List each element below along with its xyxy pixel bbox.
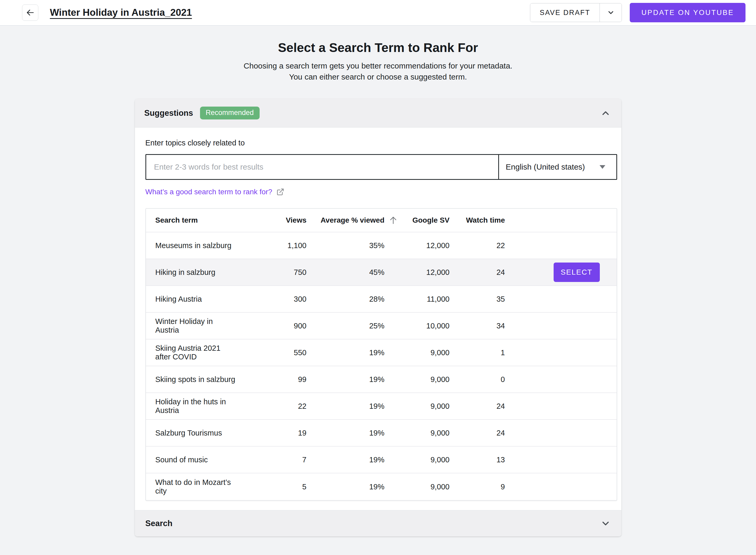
- views-cell: 300: [238, 295, 307, 303]
- search-term-cell: Hiking Austria: [146, 295, 238, 303]
- watch-time-cell: 24: [450, 268, 505, 277]
- save-draft-menu-button[interactable]: [599, 3, 622, 22]
- recommended-badge: Recommended: [200, 106, 260, 120]
- google-sv-cell: 12,000: [385, 268, 450, 277]
- screen: Winter Holiday in Austria_2021 SAVE DRAF…: [0, 0, 756, 555]
- search-term-cell: Sound of music: [146, 456, 238, 464]
- table-row[interactable]: Skiing Austria 2021 after COVID 550 19% …: [146, 339, 617, 366]
- avg-viewed-cell: 19%: [307, 402, 385, 411]
- watch-time-cell: 9: [450, 482, 505, 491]
- views-cell: 5: [238, 482, 307, 491]
- avg-viewed-cell: 19%: [307, 482, 385, 491]
- chevron-down-icon: [607, 9, 615, 16]
- language-value: English (United states): [506, 163, 585, 171]
- watch-time-cell: 22: [450, 241, 505, 250]
- avg-viewed-cell: 28%: [307, 295, 385, 303]
- watch-time-cell: 1: [450, 348, 505, 357]
- table-row[interactable]: Hiking Austria 300 28% 11,000 35: [146, 286, 617, 313]
- topbar-actions: SAVE DRAFT UPDATE ON YOUTUBE: [530, 3, 746, 22]
- avg-viewed-cell: 19%: [307, 348, 385, 357]
- search-term-cell: Holiday in the huts in Austria: [146, 397, 238, 415]
- table-row[interactable]: Meuseums in salzburg 1,100 35% 12,000 22: [146, 232, 617, 259]
- views-cell: 22: [238, 402, 307, 411]
- table-header-row: Search term Views Average % viewed Googl…: [146, 209, 617, 232]
- search-title: Search: [145, 519, 173, 528]
- column-header-average-viewed[interactable]: Average % viewed: [307, 216, 385, 224]
- help-link-label: What’s a good search term to rank for?: [145, 188, 272, 196]
- views-cell: 19: [238, 429, 307, 437]
- watch-time-cell: 35: [450, 295, 505, 303]
- views-cell: 750: [238, 268, 307, 277]
- column-header-views[interactable]: Views: [238, 216, 307, 224]
- save-draft-button[interactable]: SAVE DRAFT: [530, 3, 600, 22]
- search-section-header[interactable]: Search: [135, 510, 621, 537]
- back-button[interactable]: [22, 4, 38, 21]
- arrow-left-icon: [26, 8, 35, 17]
- select-button[interactable]: SELECT: [553, 262, 600, 282]
- intro-section: Select a Search Term to Rank For Choosin…: [0, 40, 756, 82]
- search-term-cell: Salzburg Tourismus: [146, 429, 238, 437]
- save-draft-split-button: SAVE DRAFT: [530, 3, 622, 22]
- suggestions-table: Search term Views Average % viewed Googl…: [145, 208, 617, 501]
- google-sv-cell: 9,000: [385, 429, 450, 437]
- google-sv-cell: 9,000: [385, 402, 450, 411]
- search-term-cell: Meuseums in salzburg: [146, 241, 238, 250]
- views-cell: 1,100: [238, 241, 307, 250]
- table-row[interactable]: Winter Holiday in Austria 900 25% 10,000…: [146, 313, 617, 339]
- avg-viewed-cell: 19%: [307, 456, 385, 464]
- table-row[interactable]: Skiing spots in salzburg 99 19% 9,000 0: [146, 366, 617, 393]
- help-link[interactable]: What’s a good search term to rank for?: [145, 188, 284, 196]
- google-sv-cell: 9,000: [385, 482, 450, 491]
- page-subtitle: Choosing a search term gets you better r…: [0, 60, 756, 82]
- subtitle-line-2: You can either search or choose a sugges…: [289, 73, 467, 81]
- table-row[interactable]: Salzburg Tourismus 19 19% 9,000 24: [146, 420, 617, 446]
- avg-viewed-cell: 35%: [307, 241, 385, 250]
- suggestions-collapse-button[interactable]: [599, 107, 612, 120]
- table-row-highlighted[interactable]: Hiking in salzburg 750 45% 12,000 24 SEL…: [146, 259, 617, 286]
- chevron-down-icon: [601, 518, 611, 529]
- topics-input-group: English (United states): [145, 154, 617, 180]
- column-header-search-term[interactable]: Search term: [146, 216, 238, 224]
- views-cell: 99: [238, 375, 307, 384]
- google-sv-cell: 11,000: [385, 295, 450, 303]
- avg-viewed-cell: 19%: [307, 429, 385, 437]
- search-term-card: Suggestions Recommended Enter topics clo…: [135, 99, 621, 537]
- dropdown-caret-icon: [599, 165, 605, 169]
- search-term-cell: Winter Holiday in Austria: [146, 317, 238, 335]
- views-cell: 550: [238, 348, 307, 357]
- column-header-average-viewed-label: Average % viewed: [320, 216, 384, 224]
- search-term-cell: Skiing spots in salzburg: [146, 375, 238, 384]
- chevron-up-icon: [601, 108, 611, 118]
- google-sv-cell: 9,000: [385, 375, 450, 384]
- video-title-link[interactable]: Winter Holiday in Austria_2021: [50, 7, 192, 18]
- google-sv-cell: 9,000: [385, 456, 450, 464]
- column-header-watch-time[interactable]: Watch time: [450, 216, 505, 224]
- google-sv-cell: 10,000: [385, 322, 450, 330]
- views-cell: 900: [238, 322, 307, 330]
- avg-viewed-cell: 45%: [307, 268, 385, 277]
- watch-time-cell: 34: [450, 322, 505, 330]
- table-row[interactable]: What to do in Mozart’s city 5 19% 9,000 …: [146, 473, 617, 500]
- watch-time-cell: 24: [450, 429, 505, 437]
- watch-time-cell: 24: [450, 402, 505, 411]
- table-row[interactable]: Sound of music 7 19% 9,000 13: [146, 446, 617, 473]
- suggestions-title: Suggestions: [144, 109, 193, 118]
- google-sv-cell: 12,000: [385, 241, 450, 250]
- page-title: Select a Search Term to Rank For: [0, 40, 756, 55]
- language-select[interactable]: English (United states): [498, 155, 616, 179]
- avg-viewed-cell: 19%: [307, 375, 385, 384]
- topics-input[interactable]: [146, 155, 498, 179]
- subtitle-line-1: Choosing a search term gets you better r…: [243, 61, 513, 70]
- watch-time-cell: 0: [450, 375, 505, 384]
- watch-time-cell: 13: [450, 456, 505, 464]
- suggestions-section-header[interactable]: Suggestions Recommended: [135, 99, 621, 128]
- external-link-icon: [276, 188, 284, 196]
- update-on-youtube-button[interactable]: UPDATE ON YOUTUBE: [630, 3, 746, 22]
- search-term-cell: Hiking in salzburg: [146, 268, 238, 277]
- sort-ascending-icon: [388, 215, 398, 225]
- topics-label: Enter topics closely related to: [145, 139, 617, 147]
- search-expand-button[interactable]: [599, 517, 612, 530]
- table-row[interactable]: Holiday in the huts in Austria 22 19% 9,…: [146, 393, 617, 420]
- topbar: Winter Holiday in Austria_2021 SAVE DRAF…: [0, 0, 756, 26]
- search-term-cell: Skiing Austria 2021 after COVID: [146, 344, 238, 361]
